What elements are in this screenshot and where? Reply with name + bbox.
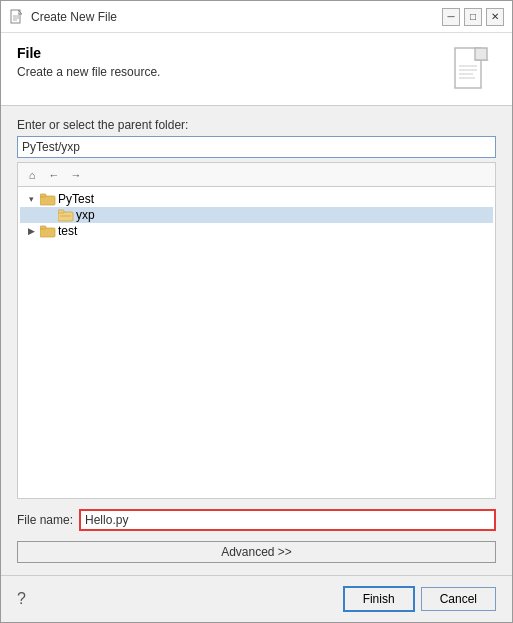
forward-button[interactable]: →: [66, 166, 86, 184]
minimize-button[interactable]: ─: [442, 8, 460, 26]
header-text: File Create a new file resource.: [17, 45, 438, 79]
title-bar-controls: ─ □ ✕: [442, 8, 504, 26]
folder-input[interactable]: [17, 136, 496, 158]
home-button[interactable]: ⌂: [22, 166, 42, 184]
tree-label-pytest: PyTest: [58, 192, 94, 206]
tree-item-pytest[interactable]: ▾ PyTest: [20, 191, 493, 207]
dialog-icon: [9, 9, 25, 25]
toggle-pytest[interactable]: ▾: [24, 192, 38, 206]
svg-rect-13: [58, 210, 64, 213]
folder-tree[interactable]: ▾ PyTest: [17, 186, 496, 499]
svg-rect-5: [475, 48, 487, 60]
folder-label: Enter or select the parent folder:: [17, 118, 496, 132]
header-section: File Create a new file resource.: [1, 33, 512, 106]
cancel-button[interactable]: Cancel: [421, 587, 496, 611]
folder-icon-pytest: [40, 192, 56, 206]
svg-rect-16: [40, 226, 46, 229]
help-button[interactable]: ?: [17, 590, 337, 608]
folder-icon-test: [40, 224, 56, 238]
tree-item-yxp[interactable]: yxp: [20, 207, 493, 223]
close-button[interactable]: ✕: [486, 8, 504, 26]
content-section: Enter or select the parent folder: ⌂ ← →…: [1, 106, 512, 575]
advanced-button[interactable]: Advanced >>: [17, 541, 496, 563]
tree-label-test: test: [58, 224, 77, 238]
svg-rect-10: [40, 196, 55, 205]
filename-label: File name:: [17, 513, 73, 527]
back-button[interactable]: ←: [44, 166, 64, 184]
toggle-test[interactable]: ▶: [24, 224, 38, 238]
filename-row: File name:: [17, 509, 496, 531]
title-bar: Create New File ─ □ ✕: [1, 1, 512, 33]
tree-label-yxp: yxp: [76, 208, 95, 222]
filename-input[interactable]: [79, 509, 496, 531]
folder-icon-yxp: [58, 208, 74, 222]
create-new-file-dialog: Create New File ─ □ ✕ File Create a new …: [0, 0, 513, 623]
file-resource-icon: [448, 45, 496, 93]
tree-toolbar: ⌂ ← →: [17, 162, 496, 186]
finish-button[interactable]: Finish: [343, 586, 415, 612]
svg-rect-11: [40, 194, 46, 197]
dialog-title: Create New File: [31, 10, 442, 24]
svg-rect-15: [40, 228, 55, 237]
header-title: File: [17, 45, 438, 61]
footer-section: ? Finish Cancel: [1, 575, 512, 622]
toggle-yxp[interactable]: [42, 208, 56, 222]
svg-rect-12: [58, 212, 73, 221]
tree-item-test[interactable]: ▶ test: [20, 223, 493, 239]
header-subtitle: Create a new file resource.: [17, 65, 438, 79]
filename-input-wrapper: [79, 509, 496, 531]
maximize-button[interactable]: □: [464, 8, 482, 26]
